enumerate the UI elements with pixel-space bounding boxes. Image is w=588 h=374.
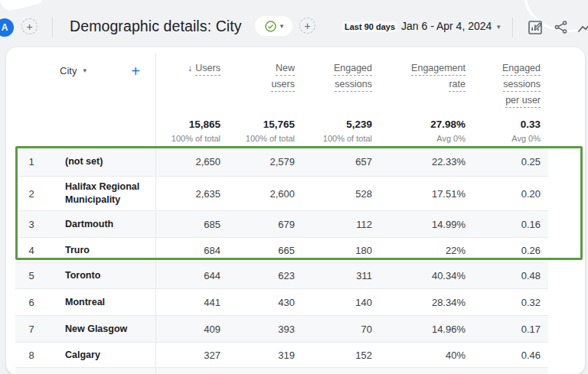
new-users-cell: 430 xyxy=(228,297,302,308)
city-metrics-table: City ▾ + ↓Users New users Engaged sessio… xyxy=(15,54,548,374)
engagement-rate-cell: 14.99% xyxy=(380,219,473,230)
plus-icon: + xyxy=(304,21,310,31)
column-label: Engaged xyxy=(502,63,541,76)
dimension-label: City xyxy=(60,65,77,76)
toolbar-divider xyxy=(512,18,513,37)
engaged-sessions-cell: 657 xyxy=(302,156,380,167)
city-cell: Dartmouth xyxy=(47,218,155,231)
city-cell: Calgary xyxy=(47,349,155,362)
engagement-rate-cell: 14.96% xyxy=(380,324,473,335)
new-users-cell: 393 xyxy=(228,324,302,335)
dimension-selector[interactable]: City ▾ xyxy=(60,65,87,76)
column-header-engaged-sessions-per-user[interactable]: Engaged sessions per user xyxy=(473,54,548,111)
users-cell: 2,650 xyxy=(155,156,228,167)
engaged-sessions-cell: 180 xyxy=(302,245,380,256)
engaged-sessions-cell: 112 xyxy=(302,219,380,230)
toolbar-divider xyxy=(52,18,53,37)
new-users-cell: 679 xyxy=(228,219,302,230)
row-index: 1 xyxy=(15,156,47,167)
city-cell: Montreal xyxy=(47,296,155,309)
table-row[interactable]: 7 New Glasgow 409 393 70 14.96% 0.17 xyxy=(15,316,548,343)
engaged-sessions-per-user-cell: 0.32 xyxy=(473,297,548,308)
column-label: Users xyxy=(195,63,220,76)
sort-descending-icon: ↓ xyxy=(188,63,192,73)
engagement-rate-cell: 22.33% xyxy=(380,156,473,167)
engaged-sessions-per-user-cell: 0.48 xyxy=(473,270,548,281)
table-row[interactable]: 5 Toronto 644 623 311 40.34% 0.48 xyxy=(15,263,548,289)
table-row[interactable]: 6 Montreal 441 430 140 28.34% 0.32 xyxy=(15,289,548,316)
engaged-sessions-cell: 140 xyxy=(302,297,380,308)
column-label: sessions xyxy=(503,79,541,92)
column-divider xyxy=(155,54,156,374)
column-label: Engaged xyxy=(334,63,372,76)
table-row[interactable]: 3 Dartmouth 685 679 112 14.99% 0.16 xyxy=(15,211,548,238)
engaged-sessions-per-user-cell: 0.25 xyxy=(473,156,548,167)
new-users-cell: 2,579 xyxy=(228,156,302,167)
new-users-cell: 319 xyxy=(228,350,302,361)
add-comparison-button[interactable]: + xyxy=(21,18,38,34)
engagement-rate-cell: 17.51% xyxy=(380,188,473,200)
customize-report-icon[interactable] xyxy=(526,18,544,37)
users-cell: 684 xyxy=(155,245,228,256)
share-icon[interactable] xyxy=(553,19,571,37)
users-cell: 441 xyxy=(155,297,228,308)
column-label: New xyxy=(276,63,295,76)
engaged-sessions-cell: 311 xyxy=(302,270,380,281)
add-filter-button[interactable]: + xyxy=(299,18,315,34)
table-row[interactable]: 8 Calgary 327 319 152 40% 0.46 xyxy=(15,343,548,368)
caret-down-icon[interactable]: ▾ xyxy=(497,24,501,31)
column-header-engagement-rate[interactable]: Engagement rate xyxy=(380,54,473,111)
table-row[interactable]: 4 Truro 684 665 180 22% 0.26 xyxy=(15,238,548,263)
table-header-row: City ▾ + ↓Users New users Engaged sessio… xyxy=(15,54,548,111)
ga-demographic-details-screen: A + Demographic details: City ▾ + Last 9… xyxy=(0,0,588,374)
engaged-sessions-cell: 70 xyxy=(302,324,380,335)
city-cell: Toronto xyxy=(47,269,155,282)
caret-down-icon: ▾ xyxy=(83,67,87,74)
table-row[interactable]: 1 (not set) 2,650 2,579 657 22.33% 0.25 xyxy=(15,148,548,177)
top-toolbar: A + Demographic details: City ▾ + Last 9… xyxy=(0,0,588,47)
city-cell: (not set) xyxy=(47,155,155,168)
users-cell: 2,635 xyxy=(155,188,228,200)
date-range-selector[interactable]: Jan 6 - Apr 4, 2024 xyxy=(401,20,492,32)
table-row-partial xyxy=(15,368,548,374)
column-label: sessions xyxy=(335,79,372,92)
engaged-sessions-per-user-cell: 0.26 xyxy=(473,245,548,256)
users-cell: 327 xyxy=(155,350,228,361)
column-header-engaged-sessions[interactable]: Engaged sessions xyxy=(302,54,380,111)
totals-row: 15,865 100% of total 15,765 100% of tota… xyxy=(15,111,548,148)
engaged-sessions-cell: 528 xyxy=(302,188,380,200)
row-index: 2 xyxy=(15,188,47,200)
row-index: 3 xyxy=(15,219,47,230)
users-cell: 644 xyxy=(155,270,228,281)
engagement-rate-cell: 22% xyxy=(380,245,473,256)
check-circle-icon xyxy=(264,20,277,33)
total-engagement-rate: 27.98% Avg 0% xyxy=(380,111,473,148)
column-label: rate xyxy=(449,79,466,92)
plus-icon: + xyxy=(26,21,32,32)
add-dimension-button[interactable]: + xyxy=(131,63,140,79)
engaged-sessions-cell: 152 xyxy=(302,350,380,361)
report-card: City ▾ + ↓Users New users Engaged sessio… xyxy=(6,47,585,374)
decorative-corner-top-left xyxy=(0,0,46,13)
column-header-users[interactable]: ↓Users xyxy=(155,54,228,111)
caret-down-icon: ▾ xyxy=(280,23,284,30)
row-index: 5 xyxy=(15,270,47,281)
avatar[interactable]: A xyxy=(0,18,14,37)
engaged-sessions-per-user-cell: 0.46 xyxy=(473,350,548,361)
insights-icon[interactable] xyxy=(577,18,588,37)
data-quality-dropdown[interactable]: ▾ xyxy=(255,16,292,36)
engagement-rate-cell: 40% xyxy=(380,350,473,361)
users-cell: 409 xyxy=(155,324,228,335)
dimension-header: City ▾ + xyxy=(15,54,155,111)
engaged-sessions-per-user-cell: 0.16 xyxy=(473,219,548,230)
row-index: 6 xyxy=(15,297,47,308)
engagement-rate-cell: 28.34% xyxy=(380,297,473,308)
date-range-preset-label: Last 90 days xyxy=(342,21,397,32)
users-cell: 685 xyxy=(155,219,228,230)
total-users: 15,865 100% of total xyxy=(155,111,228,148)
city-cell: New Glasgow xyxy=(47,323,155,336)
column-header-new-users[interactable]: New users xyxy=(228,54,302,111)
column-label: users xyxy=(271,79,295,92)
table-row[interactable]: 2 Halifax Regional Municipality 2,635 2,… xyxy=(15,177,548,211)
new-users-cell: 2,600 xyxy=(228,188,302,200)
